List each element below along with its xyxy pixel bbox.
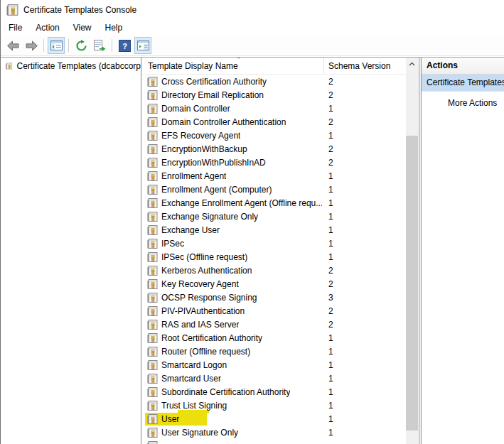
certificate-template-icon xyxy=(147,225,158,235)
template-name: EncryptionWithPublishInAD xyxy=(161,158,266,168)
schema-version: 1 xyxy=(328,104,333,114)
toolbar: ? xyxy=(1,36,504,56)
show-action-pane-button[interactable] xyxy=(134,37,151,54)
show-console-tree-button[interactable] xyxy=(48,37,65,54)
menu-view[interactable]: View xyxy=(67,21,98,35)
table-row[interactable]: Router (Offline request) 1 xyxy=(142,345,405,358)
back-arrow-icon xyxy=(6,40,20,51)
certificate-template-icon xyxy=(147,428,158,438)
table-row[interactable]: IPSec (Offline request) 1 xyxy=(142,250,405,264)
certificate-template-icon xyxy=(147,401,158,411)
toolbar-separator xyxy=(68,39,69,52)
table-row[interactable]: EncryptionWithBackup 2 xyxy=(142,142,405,156)
column-header-template-display-name[interactable]: Template Display Name xyxy=(142,58,324,75)
tree-item-label: Certificate Templates (dcabccorp xyxy=(16,61,141,71)
export-list-button[interactable] xyxy=(91,37,108,54)
template-name: Domain Controller xyxy=(161,104,230,114)
certificate-template-icon xyxy=(147,239,158,249)
table-row[interactable]: PIV-PIVAuthentication 2 xyxy=(142,304,405,318)
schema-version: 2 xyxy=(328,158,333,168)
schema-version: 2 xyxy=(328,320,333,330)
table-row[interactable]: Exchange User 1 xyxy=(142,223,405,237)
table-row[interactable]: Enrollment Agent 1 xyxy=(142,169,405,183)
schema-version: 1 xyxy=(328,131,333,141)
table-row[interactable]: OCSP Response Signing 3 xyxy=(142,291,405,304)
table-row[interactable]: Domain Controller Authentication 2 xyxy=(142,115,405,129)
template-name: Exchange Enrollment Agent (Offline requ.… xyxy=(161,198,322,208)
column-header-schema-version[interactable]: Schema Version xyxy=(325,58,403,75)
table-row[interactable]: Smartcard Logon 1 xyxy=(142,358,405,372)
table-row-partial[interactable] xyxy=(142,439,405,444)
title-bar: Certificate Templates Console xyxy=(1,0,504,20)
actions-item-more-actions[interactable]: More Actions xyxy=(422,98,504,108)
certificate-template-icon xyxy=(147,104,158,114)
table-row[interactable]: Directory Email Replication 2 xyxy=(142,88,405,102)
scrollbar-thumb[interactable] xyxy=(406,136,418,431)
schema-version: 1 xyxy=(328,347,333,357)
template-name: EFS Recovery Agent xyxy=(161,131,240,141)
table-row[interactable]: Root Certification Authority 1 xyxy=(142,331,405,345)
table-row[interactable]: Enrollment Agent (Computer) 1 xyxy=(142,183,405,196)
schema-version: 1 xyxy=(328,171,333,181)
schema-version: 1 xyxy=(328,225,333,235)
scrollbar-up-button[interactable] xyxy=(406,58,418,70)
list-scrollbar[interactable] xyxy=(406,58,418,444)
schema-version: 2 xyxy=(328,306,333,316)
show-action-pane-icon xyxy=(137,40,149,50)
table-row[interactable]: EFS Recovery Agent 1 xyxy=(142,129,405,142)
table-row[interactable]: User 1 xyxy=(142,412,405,426)
table-row[interactable]: Exchange Signature Only 1 xyxy=(142,210,405,223)
certificate-template-icon xyxy=(147,374,158,384)
certificate-template-icon xyxy=(147,90,158,100)
template-name: EncryptionWithBackup xyxy=(161,144,247,154)
template-list-pane: Template Display Name Schema Version ⌃ C… xyxy=(142,58,419,444)
schema-version: 1 xyxy=(328,252,333,262)
certificate-template-icon xyxy=(147,306,158,316)
export-list-icon xyxy=(93,40,106,51)
show-console-tree-icon xyxy=(50,40,63,50)
schema-version: 2 xyxy=(328,90,333,100)
schema-version: 1 xyxy=(328,360,333,370)
back-button[interactable] xyxy=(4,37,21,54)
certificate-template-icon xyxy=(147,144,158,154)
help-button[interactable]: ? xyxy=(116,37,133,54)
certificate-template-icon xyxy=(147,131,158,141)
table-row[interactable]: Key Recovery Agent 2 xyxy=(142,277,405,291)
certificate-template-icon xyxy=(6,61,12,71)
certificate-template-icon xyxy=(147,171,158,181)
table-row[interactable]: Subordinate Certification Authority 1 xyxy=(142,385,405,399)
table-row[interactable]: Trust List Signing 1 xyxy=(142,399,405,412)
table-row[interactable]: User Signature Only 1 xyxy=(142,426,405,439)
certificate-template-icon xyxy=(147,441,158,444)
console-window-icon xyxy=(6,4,18,16)
tree-item-certificate-templates[interactable]: Certificate Templates (dcabccorp xyxy=(1,58,141,71)
table-row[interactable]: Kerberos Authentication 2 xyxy=(142,264,405,277)
certificate-template-icon xyxy=(147,333,158,343)
table-row[interactable]: IPSec 1 xyxy=(142,237,405,250)
menu-help[interactable]: Help xyxy=(99,21,129,35)
schema-version: 1 xyxy=(328,185,333,195)
menu-file[interactable]: File xyxy=(2,21,28,35)
table-row[interactable]: Smartcard User 1 xyxy=(142,372,405,385)
menu-action[interactable]: Action xyxy=(29,21,65,35)
forward-button[interactable] xyxy=(23,37,40,54)
template-name: Enrollment Agent (Computer) xyxy=(161,185,272,195)
schema-version: 1 xyxy=(328,387,333,397)
table-row[interactable]: Domain Controller 1 xyxy=(142,102,405,115)
certificate-templates-console-window: { "window": { "title": "Certificate Temp… xyxy=(0,0,504,444)
certificate-template-icon xyxy=(147,212,158,222)
table-row[interactable]: Cross Certification Authority 2 xyxy=(142,75,405,88)
template-name: Exchange User xyxy=(161,225,220,235)
actions-item-certificate-templates[interactable]: Certificate Templates xyxy=(422,75,504,92)
table-row[interactable]: Exchange Enrollment Agent (Offline requ.… xyxy=(142,196,405,210)
schema-version: 1 xyxy=(328,333,333,343)
help-icon: ? xyxy=(119,40,131,52)
template-name: Exchange Signature Only xyxy=(161,212,258,222)
schema-version: 2 xyxy=(328,266,333,276)
refresh-button[interactable] xyxy=(73,37,90,54)
table-row[interactable]: RAS and IAS Server 2 xyxy=(142,318,405,331)
table-row[interactable]: EncryptionWithPublishInAD 2 xyxy=(142,156,405,169)
certificate-template-icon xyxy=(147,293,158,303)
certificate-template-icon xyxy=(147,77,158,87)
certificate-template-icon xyxy=(147,347,158,357)
